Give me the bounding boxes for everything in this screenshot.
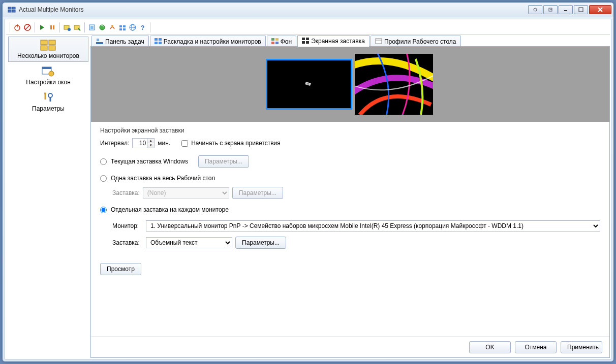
svg-point-35 (49, 71, 54, 76)
interval-input[interactable] (132, 138, 147, 148)
svg-rect-1 (12, 7, 15, 9)
layout-icon (155, 38, 162, 45)
svg-rect-42 (155, 42, 158, 44)
interval-spinner[interactable]: ▲▼ (147, 138, 155, 148)
preview-button[interactable]: Просмотр (100, 263, 141, 275)
svg-rect-52 (376, 39, 382, 44)
monitor-preview-strip (91, 47, 609, 122)
tab-profiles[interactable]: Профили Рабочего стола (371, 36, 461, 47)
tool-icon-2[interactable] (73, 23, 82, 32)
windows-icon (40, 65, 56, 78)
radio-single-row: Одна заставка на весь Рабочий стол (100, 175, 600, 182)
apply-button[interactable]: Применить (561, 341, 602, 353)
radio-per-monitor[interactable] (100, 207, 107, 213)
nav-label: Настройки окон (26, 79, 71, 86)
tool-icon-3[interactable] (87, 23, 97, 32)
params-button-single[interactable]: Параметры... (232, 187, 283, 199)
params-button-per-monitor[interactable]: Параметры... (235, 237, 286, 249)
svg-rect-12 (50, 25, 52, 29)
tab-screensaver[interactable]: Экранная заставка (297, 35, 369, 47)
radio-per-monitor-label: Отдельная заставка на каждом мониторе (111, 206, 229, 213)
svg-rect-2 (8, 10, 11, 12)
nav-window-settings[interactable]: Настройки окон (8, 63, 88, 88)
svg-rect-23 (119, 28, 122, 30)
tab-label: Профили Рабочего стола (384, 38, 456, 45)
app-window: Actual Multiple Monitors ? (2, 2, 614, 362)
tab-layout[interactable]: Раскладка и настройки мониторов (150, 36, 266, 47)
minimize-button[interactable] (559, 5, 573, 14)
tab-background[interactable]: Фон (267, 36, 296, 47)
interval-unit: мин. (158, 140, 170, 147)
main-area: Несколько мониторов Настройки окон Парам… (6, 35, 610, 358)
help-icon[interactable]: ? (138, 23, 147, 32)
toolbar: ? (6, 20, 610, 35)
radio-single[interactable] (100, 175, 107, 182)
cancel-button[interactable]: Отмена (515, 341, 557, 353)
extra-button-2[interactable] (543, 5, 558, 14)
window-body: ? Несколько мониторов Настройки окон Пар… (5, 19, 611, 359)
extra-button-1[interactable] (528, 5, 542, 14)
svg-rect-45 (275, 38, 279, 41)
power-icon[interactable] (13, 23, 22, 32)
nav-multiple-monitors[interactable]: Несколько мониторов (8, 37, 88, 62)
tab-label: Экранная заставка (311, 38, 365, 45)
svg-rect-7 (579, 8, 583, 12)
left-nav: Несколько мониторов Настройки окон Парам… (6, 35, 90, 358)
tools-icon (40, 92, 56, 104)
radio-single-label: Одна заставка на весь Рабочий стол (111, 175, 215, 182)
tab-label: Панель задач (105, 38, 144, 45)
svg-rect-40 (155, 38, 158, 41)
svg-point-15 (68, 28, 71, 31)
welcome-label: Начинать с экрана приветствия (191, 140, 281, 147)
monitor-label: Монитор: (112, 222, 143, 229)
nav-label: Параметры (32, 105, 65, 112)
svg-text:?: ? (141, 24, 144, 31)
tab-bar: Панель задач Раскладка и настройки монит… (90, 35, 610, 47)
nav-options[interactable]: Параметры (8, 89, 88, 115)
svg-rect-39 (97, 39, 99, 41)
svg-rect-29 (41, 40, 47, 45)
tool-icon-1[interactable] (63, 23, 72, 32)
svg-rect-41 (159, 38, 162, 41)
radio-current-row: Текущая заставка Windows Параметры... (100, 155, 600, 168)
svg-rect-48 (302, 38, 305, 40)
single-saver-select[interactable]: (None) (143, 187, 229, 198)
tab-label: Фон (281, 38, 292, 45)
monitors-icon (40, 39, 56, 51)
monitor-preview-2[interactable] (355, 54, 433, 115)
titlebar[interactable]: Actual Multiple Monitors (3, 3, 613, 17)
tool-icon-4[interactable] (98, 23, 107, 32)
monitor-preview-1[interactable] (267, 60, 351, 108)
svg-rect-44 (271, 38, 274, 41)
maximize-button[interactable] (574, 5, 588, 14)
profiles-icon (375, 38, 382, 45)
params-button-current[interactable]: Параметры... (198, 155, 249, 168)
welcome-checkbox[interactable] (181, 140, 188, 147)
svg-rect-21 (119, 25, 122, 27)
monitor-row: Монитор: 1. Универсальный монитор PnP ->… (112, 220, 600, 231)
radio-current[interactable] (100, 158, 107, 165)
tool-icon-6[interactable] (118, 23, 127, 32)
svg-rect-47 (275, 42, 279, 44)
interval-row: Интервал: ▲▼ мин. Начинать с экрана прив… (100, 138, 600, 148)
per-monitor-saver-select[interactable]: Объемный текст (146, 237, 232, 248)
play-icon[interactable] (38, 23, 47, 32)
interval-label: Интервал: (100, 140, 129, 147)
globe-icon[interactable] (128, 23, 137, 32)
close-button[interactable] (589, 5, 611, 14)
svg-rect-49 (306, 38, 309, 40)
ok-button[interactable]: OK (469, 341, 511, 353)
stop-icon[interactable] (23, 23, 32, 32)
window-title: Actual Multiple Monitors (19, 6, 527, 13)
svg-rect-3 (12, 10, 15, 12)
group-label: Настройки экранной заставки (100, 127, 600, 134)
monitor-select[interactable]: 1. Универсальный монитор PnP -> Семейств… (146, 220, 600, 231)
svg-rect-50 (302, 41, 305, 44)
svg-rect-38 (96, 42, 103, 44)
tab-taskbar[interactable]: Панель задач (91, 36, 149, 47)
saver-label-disabled: Заставка: (112, 189, 140, 196)
svg-point-4 (534, 8, 537, 11)
tool-icon-5[interactable] (108, 23, 117, 32)
pause-icon[interactable] (48, 23, 57, 32)
window-controls (527, 5, 611, 14)
